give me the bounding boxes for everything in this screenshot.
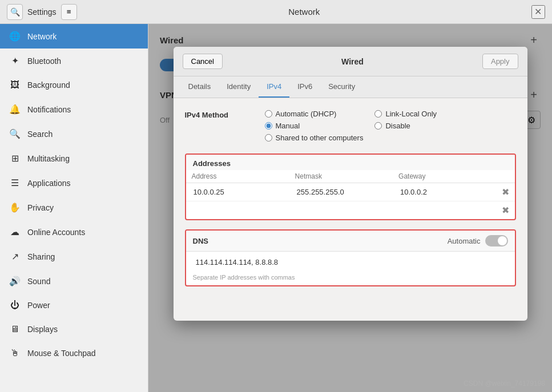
address-cell-1: [186, 183, 289, 201]
sidebar-item-network[interactable]: 🌐 Network: [0, 24, 148, 49]
tab-details[interactable]: Details: [180, 76, 219, 98]
sidebar-label-privacy: Privacy: [27, 203, 54, 212]
option-manual[interactable]: Manual: [265, 122, 364, 130]
radio-shared[interactable]: [265, 134, 272, 142]
sidebar-label-sound: Sound: [27, 277, 50, 286]
sidebar-item-mouse-touchpad[interactable]: 🖱 Mouse & Touchpad: [0, 341, 148, 365]
delete-cell-1: ✖: [497, 183, 515, 201]
online-accounts-icon: ☁: [9, 227, 21, 237]
option-shared[interactable]: Shared to other computers: [265, 134, 364, 142]
sharing-icon: ↗: [9, 251, 21, 262]
sidebar-item-displays[interactable]: 🖥 Displays: [0, 317, 148, 341]
applications-icon: ☰: [9, 177, 21, 188]
tab-identity[interactable]: Identity: [219, 76, 259, 98]
sidebar-item-multitasking[interactable]: ⊞ Multitasking: [0, 146, 148, 171]
address-input-2[interactable]: [188, 203, 287, 218]
window-title: Network: [288, 7, 320, 17]
network-icon: 🌐: [9, 31, 21, 42]
address-input-1[interactable]: [188, 184, 287, 200]
sidebar-label-displays: Displays: [27, 325, 58, 334]
delete-cell-2: ✖: [497, 201, 515, 220]
sidebar-item-privacy[interactable]: ✋ Privacy: [0, 195, 148, 220]
sidebar-item-search[interactable]: 🔍 Search: [0, 122, 148, 146]
addresses-label: Addresses: [186, 155, 515, 170]
delete-row-2-button[interactable]: ✖: [499, 204, 513, 217]
gateway-input-1[interactable]: [395, 184, 494, 200]
delete-row-1-button[interactable]: ✖: [499, 185, 513, 199]
addresses-section: Addresses Address Netmask Gateway: [185, 153, 516, 220]
sidebar-item-background[interactable]: 🖼 Background: [0, 73, 148, 97]
dns-label: DNS: [193, 237, 208, 245]
ipv4-method-row: IPv4 Method Automatic (DHCP) Link-Local …: [185, 110, 516, 142]
address-cell-2: [186, 201, 289, 220]
addresses-table: Address Netmask Gateway: [186, 170, 515, 219]
titlebar-left: 🔍 Settings ≡: [7, 4, 77, 20]
netmask-input-2[interactable]: [292, 203, 390, 218]
dialog-content: IPv4 Method Automatic (DHCP) Link-Local …: [174, 98, 527, 298]
sidebar-item-bluetooth[interactable]: ✦ Bluetooth: [0, 49, 148, 73]
sidebar-label-background: Background: [27, 80, 70, 90]
tab-ipv4[interactable]: IPv4: [259, 76, 289, 98]
sidebar-label-bluetooth: Bluetooth: [27, 56, 61, 66]
close-button[interactable]: ✕: [531, 5, 545, 19]
sidebar: 🌐 Network ✦ Bluetooth 🖼 Background 🔔 Not…: [0, 24, 148, 392]
sidebar-item-sharing[interactable]: ↗ Sharing: [0, 244, 148, 269]
dns-input-row: [186, 252, 515, 273]
sidebar-item-online-accounts[interactable]: ☁ Online Accounts: [0, 220, 148, 244]
gateway-input-2[interactable]: [395, 203, 494, 218]
radio-auto-dhcp[interactable]: [265, 110, 272, 118]
dns-auto-toggle[interactable]: [485, 235, 508, 246]
sidebar-item-applications[interactable]: ☰ Applications: [0, 171, 148, 195]
netmask-cell-1: [289, 183, 393, 201]
sidebar-item-sound[interactable]: 🔊 Sound: [0, 269, 148, 293]
sidebar-label-online-accounts: Online Accounts: [27, 228, 85, 237]
dialog-title: Wired: [341, 57, 364, 66]
gateway-cell-1: [393, 183, 496, 201]
sidebar-label-multitasking: Multitasking: [27, 154, 70, 163]
background-icon: 🖼: [9, 80, 21, 90]
col-address: Address: [186, 170, 289, 183]
search-icon: 🔍: [9, 128, 21, 139]
wired-dialog: Cancel Wired Apply Details Identity IPv4…: [174, 47, 527, 321]
app-title: Settings: [27, 7, 57, 17]
col-netmask: Netmask: [289, 170, 393, 183]
sidebar-label-network: Network: [27, 32, 57, 41]
dialog-cancel-button[interactable]: Cancel: [183, 54, 223, 69]
bluetooth-icon: ✦: [9, 55, 21, 66]
dns-input[interactable]: [193, 255, 508, 269]
sidebar-item-notifications[interactable]: 🔔 Notifications: [0, 97, 148, 122]
mouse-icon: 🖱: [9, 348, 21, 358]
table-row: ✖: [186, 201, 515, 220]
displays-icon: 🖥: [9, 324, 21, 334]
dialog-tabs: Details Identity IPv4 IPv6 Security: [174, 76, 527, 98]
dns-section: DNS Automatic Separate IP addresses with…: [185, 229, 516, 286]
radio-link-local[interactable]: [374, 110, 382, 118]
sidebar-label-notifications: Notifications: [27, 105, 71, 114]
dns-auto-label: Automatic: [448, 237, 481, 245]
titlebar-search-button[interactable]: 🔍: [7, 4, 23, 20]
radio-manual[interactable]: [265, 122, 272, 130]
multitasking-icon: ⊞: [9, 153, 21, 164]
power-icon: ⏻: [9, 300, 21, 310]
option-link-local[interactable]: Link-Local Only: [374, 110, 473, 118]
dialog-overlay: Cancel Wired Apply Details Identity IPv4…: [148, 24, 552, 392]
table-row: ✖: [186, 183, 515, 201]
sidebar-item-power[interactable]: ⏻ Power: [0, 293, 148, 317]
option-auto-dhcp[interactable]: Automatic (DHCP): [265, 110, 364, 118]
dialog-apply-button[interactable]: Apply: [482, 54, 518, 69]
dns-hint: Separate IP addresses with commas: [186, 273, 515, 285]
option-disable[interactable]: Disable: [374, 122, 473, 130]
privacy-icon: ✋: [9, 202, 21, 213]
dns-auto-row: Automatic: [448, 235, 508, 246]
tab-security[interactable]: Security: [320, 76, 363, 98]
sidebar-label-mouse-touchpad: Mouse & Touchpad: [27, 349, 96, 358]
sidebar-label-power: Power: [27, 301, 50, 310]
titlebar: 🔍 Settings ≡ Network ✕: [0, 0, 552, 24]
netmask-input-1[interactable]: [292, 184, 390, 200]
titlebar-menu-button[interactable]: ≡: [61, 4, 77, 20]
main-container: 🌐 Network ✦ Bluetooth 🖼 Background 🔔 Not…: [0, 24, 552, 392]
tab-ipv6[interactable]: IPv6: [289, 76, 320, 98]
col-gateway: Gateway: [393, 170, 496, 183]
sidebar-label-applications: Applications: [27, 179, 71, 188]
radio-disable[interactable]: [374, 122, 382, 130]
